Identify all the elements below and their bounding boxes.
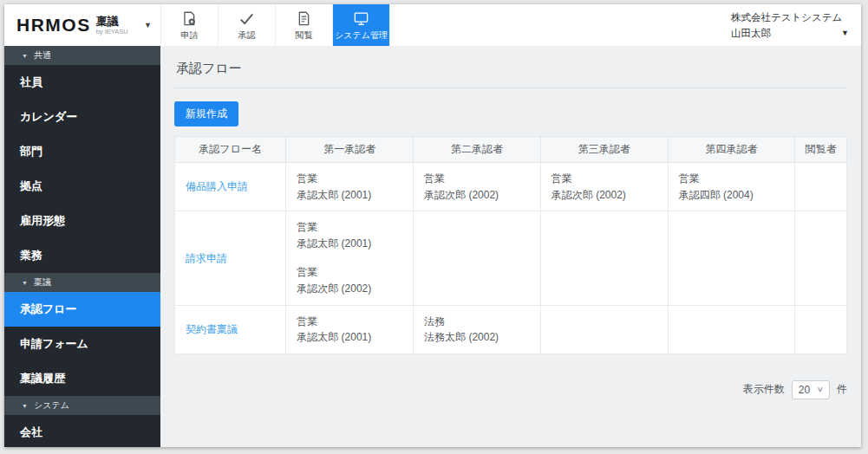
sidebar-section-label: 共通 <box>34 49 51 62</box>
approver-person: 法務太郎 (2002) <box>424 329 530 346</box>
app-body: ▼共通社員カレンダー部門拠点雇用形態業務▼稟議承認フロー申請フォーム稟議履歴▼シ… <box>4 46 861 447</box>
column-header: 第三承認者 <box>540 137 668 163</box>
triangle-down-icon: ▼ <box>22 280 28 286</box>
approver-entry: 営業承認四郎 (2004) <box>679 171 785 203</box>
sidebar-item[interactable]: 会社 <box>4 415 160 447</box>
approver-department: 営業 <box>297 219 402 236</box>
nav-item-label: システム管理 <box>335 29 388 42</box>
sidebar-item[interactable]: 稟議履歴 <box>4 361 160 396</box>
brand-logo: HRMOS <box>16 15 91 36</box>
hrmos-app-window: HRMOS 稟議 by IEYASU ▼ 申請承認閲覧システム管理 株式会社テス… <box>4 4 861 447</box>
topbar: HRMOS 稟議 by IEYASU ▼ 申請承認閲覧システム管理 株式会社テス… <box>4 4 861 46</box>
approver-entry: 営業承認次郎 (2002) <box>297 264 402 296</box>
flow-name-cell: 備品購入申請 <box>175 163 286 211</box>
approver-cell <box>668 211 795 305</box>
pagination: 表示件数 20 ∨ 件 <box>174 380 847 399</box>
nav-item-label: 申請 <box>181 29 199 42</box>
flow-name-link[interactable]: 請求申請 <box>186 252 227 264</box>
flow-name-link[interactable]: 備品購入申請 <box>186 180 248 192</box>
approver-department: 営業 <box>297 264 402 281</box>
approver-cell <box>414 211 541 305</box>
approver-cell <box>795 163 847 211</box>
approver-cell: 営業承認太郎 (2001) <box>286 163 414 211</box>
table-header-row: 承認フロー名第一承認者第二承認者第三承認者第四承認者閲覧者 <box>175 137 847 163</box>
approver-entry: 営業承認次郎 (2002) <box>551 171 657 203</box>
approver-cell <box>795 211 847 305</box>
user-menu[interactable]: 株式会社テストシステム 山田太郎 ▼ <box>722 4 861 46</box>
flow-name-link[interactable]: 契約書稟議 <box>186 323 238 335</box>
table-row: 請求申請営業承認太郎 (2001)営業承認次郎 (2002) <box>175 211 847 305</box>
approver-person: 承認次郎 (2002) <box>424 187 530 204</box>
product-name: 稟議 <box>96 16 128 27</box>
approver-department: 営業 <box>424 171 530 187</box>
approver-person: 承認太郎 (2001) <box>297 329 402 346</box>
sidebar-item[interactable]: 拠点 <box>4 169 160 204</box>
approver-person: 承認太郎 (2001) <box>297 236 402 252</box>
approver-cell: 営業承認四郎 (2004) <box>668 163 795 211</box>
approver-entry: 営業承認太郎 (2001) <box>297 171 402 203</box>
table-row: 契約書稟議営業承認太郎 (2001)法務法務太郎 (2002) <box>175 305 847 353</box>
column-header: 閲覧者 <box>795 137 847 163</box>
approver-department: 営業 <box>297 171 402 187</box>
page-size-select[interactable]: 20 ∨ <box>792 380 830 399</box>
approver-cell: 営業承認太郎 (2001)営業承認次郎 (2002) <box>286 211 414 305</box>
check-icon <box>238 10 255 27</box>
company-name: 株式会社テストシステム <box>731 10 849 26</box>
page-size-suffix: 件 <box>837 382 847 397</box>
main-content: 承認フロー 新規作成 承認フロー名第一承認者第二承認者第三承認者第四承認者閲覧者… <box>160 46 861 447</box>
sidebar-section-header-3[interactable]: ▼システム <box>4 396 160 415</box>
approver-person: 承認四郎 (2004) <box>679 187 785 204</box>
sidebar-item[interactable]: 業務 <box>4 238 160 273</box>
approver-department: 営業 <box>551 171 657 187</box>
byline: by IEYASU <box>96 29 128 36</box>
create-new-button[interactable]: 新規作成 <box>174 101 238 126</box>
column-header: 第四承認者 <box>668 137 795 163</box>
nav-item-2[interactable]: 承認 <box>219 4 276 46</box>
approver-entry: 営業承認太郎 (2001) <box>297 314 402 346</box>
nav-item-label: 閲覧 <box>296 29 313 42</box>
monitor-icon <box>353 10 369 27</box>
approver-entry: 営業承認太郎 (2001) <box>297 219 402 251</box>
app-logo: HRMOS 稟議 by IEYASU ▼ <box>4 4 160 46</box>
flow-name-cell: 契約書稟議 <box>175 305 286 353</box>
doc-plus-icon <box>181 10 198 27</box>
sidebar-item[interactable]: 雇用形態 <box>4 204 160 238</box>
sidebar-item[interactable]: カレンダー <box>4 100 160 134</box>
screenshot-frame: HRMOS 稟議 by IEYASU ▼ 申請承認閲覧システム管理 株式会社テス… <box>0 0 868 454</box>
column-header: 第二承認者 <box>414 137 541 163</box>
user-name: 山田太郎 <box>731 26 771 42</box>
sidebar-item[interactable]: 社員 <box>4 65 160 100</box>
approver-department: 営業 <box>679 171 785 187</box>
column-header: 第一承認者 <box>286 137 414 163</box>
triangle-down-icon: ▼ <box>22 53 28 59</box>
main-nav: 申請承認閲覧システム管理 <box>160 4 390 46</box>
approver-department: 法務 <box>424 314 530 330</box>
nav-item-1[interactable]: 申請 <box>161 4 219 46</box>
sidebar-item[interactable]: 承認フロー <box>4 292 160 327</box>
sidebar-item[interactable]: 申請フォーム <box>4 327 160 361</box>
nav-item-4[interactable]: システム管理 <box>333 4 390 46</box>
sidebar-section-header-2[interactable]: ▼稟議 <box>4 273 160 292</box>
sidebar: ▼共通社員カレンダー部門拠点雇用形態業務▼稟議承認フロー申請フォーム稟議履歴▼シ… <box>4 46 160 447</box>
flow-name-cell: 請求申請 <box>175 211 286 305</box>
triangle-down-icon: ▼ <box>22 403 28 409</box>
approver-department: 営業 <box>297 314 402 330</box>
approver-entry: 法務法務太郎 (2002) <box>424 314 530 346</box>
approver-cell: 法務法務太郎 (2002) <box>414 305 541 353</box>
approver-cell <box>540 211 668 305</box>
table-row: 備品購入申請営業承認太郎 (2001)営業承認次郎 (2002)営業承認次郎 (… <box>175 163 847 211</box>
approval-flow-table: 承認フロー名第一承認者第二承認者第三承認者第四承認者閲覧者 備品購入申請営業承認… <box>174 136 847 354</box>
user-menu-caret-icon[interactable]: ▼ <box>841 28 849 40</box>
approver-entry: 営業承認次郎 (2002) <box>424 171 530 203</box>
sidebar-section-header-1[interactable]: ▼共通 <box>4 46 160 65</box>
sidebar-section-label: システム <box>34 399 69 412</box>
page-size-value: 20 <box>799 384 810 396</box>
approver-person: 承認太郎 (2001) <box>297 187 402 204</box>
nav-item-3[interactable]: 閲覧 <box>276 4 333 46</box>
approver-person: 承認次郎 (2002) <box>551 187 657 204</box>
approver-cell <box>540 305 668 353</box>
sidebar-item[interactable]: 部門 <box>4 134 160 169</box>
column-header: 承認フロー名 <box>175 137 286 163</box>
approver-cell: 営業承認次郎 (2002) <box>414 163 541 211</box>
app-switcher-caret-icon[interactable]: ▼ <box>144 21 152 29</box>
